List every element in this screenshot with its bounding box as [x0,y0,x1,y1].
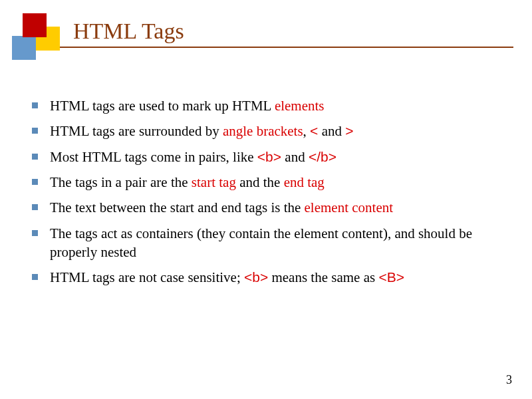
slide-header: HTML Tags [0,0,532,53]
highlight-text: <B> [378,269,404,285]
bullet-text: The tags act as containers (they contain… [50,224,505,262]
bullet-text: HTML tags are surrounded by angle bracke… [50,122,353,140]
list-item: Most HTML tags come in pairs, like <b> a… [32,148,505,166]
highlight-text: > [345,123,353,138]
highlight-text: element content [305,200,394,215]
decor-red-square-icon [23,13,47,37]
highlight-text: </b> [309,149,336,164]
bullet-icon [32,204,38,210]
list-item: The text between the start and end tags … [32,198,505,217]
highlight-text: <b> [244,269,268,285]
highlight-text: < [310,123,318,138]
highlight-text: end tag [284,174,325,190]
bullet-icon [32,179,38,185]
list-item: HTML tags are not case sensitive; <b> me… [32,268,505,287]
list-item: The tags act as containers (they contain… [32,224,505,262]
highlight-text: <b> [257,149,281,164]
list-item: The tags in a pair are the start tag and… [32,173,505,192]
bullet-text: HTML tags are not case sensitive; <b> me… [50,268,404,287]
bullet-text: HTML tags are used to mark up HTML eleme… [50,96,325,115]
bullet-text: The text between the start and end tags … [50,198,393,217]
slide-body: HTML tags are used to mark up HTML eleme… [32,96,505,294]
list-item: HTML tags are used to mark up HTML eleme… [32,96,505,115]
bullet-text: Most HTML tags come in pairs, like <b> a… [50,148,336,166]
bullet-text: The tags in a pair are the start tag and… [50,173,325,192]
highlight-text: start tag [192,174,236,190]
bullet-icon [32,154,38,160]
slide-title: HTML Tags [73,19,184,44]
highlight-text: elements [275,98,325,114]
bullet-icon [32,102,38,108]
bullet-icon [32,274,38,280]
list-item: HTML tags are surrounded by angle bracke… [32,122,505,140]
bullet-icon [32,128,38,134]
title-underline [59,47,513,48]
highlight-text: angle brackets [223,123,303,139]
bullet-icon [32,230,38,236]
decor-blue-square-icon [12,36,36,60]
page-number: 3 [506,373,512,387]
